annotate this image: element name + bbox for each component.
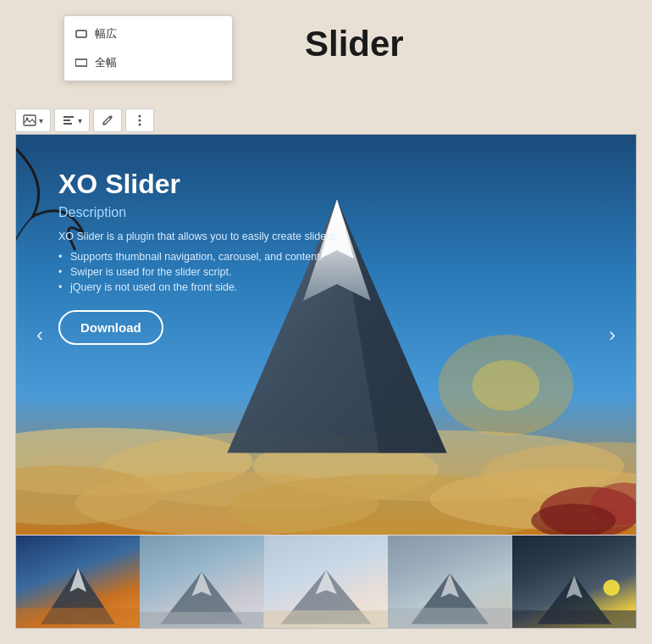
thumbnail-4[interactable] — [388, 536, 511, 628]
more-icon — [133, 114, 146, 127]
svg-rect-1 — [75, 59, 87, 66]
align-button[interactable]: ▾ — [54, 108, 90, 132]
slide-bullet-3: jQuery is not used on the front side. — [58, 281, 338, 293]
pencil-icon — [101, 114, 114, 127]
svg-rect-6 — [64, 116, 74, 118]
svg-rect-0 — [76, 31, 86, 37]
thumb-mountain-5 — [512, 564, 636, 628]
pencil-button[interactable] — [93, 108, 122, 132]
svg-point-11 — [139, 124, 141, 126]
toolbar: ▾ ▾ — [15, 108, 154, 132]
dropdown-menu: 幅広 全幅 — [64, 15, 233, 81]
slide-content: XO Slider Description XO Slider is a plu… — [58, 169, 338, 345]
more-button[interactable] — [125, 108, 154, 132]
svg-rect-35 — [140, 612, 263, 628]
prev-arrow[interactable]: ‹ — [25, 319, 55, 350]
svg-point-10 — [139, 119, 141, 122]
svg-rect-7 — [64, 119, 70, 121]
slide-subtitle: Description — [58, 205, 338, 220]
svg-rect-32 — [16, 608, 140, 628]
thumbnail-strip — [16, 535, 636, 628]
next-arrow[interactable]: › — [597, 319, 627, 350]
svg-rect-45 — [512, 610, 636, 628]
slider-container: XO Slider Description XO Slider is a plu… — [15, 134, 637, 629]
dropdown-full-label: 全幅 — [95, 55, 117, 70]
page-title: Slider — [305, 24, 404, 64]
full-width-icon — [75, 56, 88, 69]
image-button[interactable]: ▾ — [15, 108, 51, 132]
svg-point-44 — [603, 580, 620, 596]
image-icon — [23, 114, 36, 127]
svg-rect-4 — [24, 115, 36, 125]
svg-point-9 — [139, 115, 141, 118]
align-icon — [62, 114, 75, 127]
align-dropdown-arrow: ▾ — [78, 116, 82, 125]
svg-rect-38 — [264, 610, 388, 628]
main-slide: XO Slider Description XO Slider is a plu… — [16, 135, 636, 535]
slide-bullet-1: Supports thumbnail navigation, carousel,… — [58, 251, 338, 263]
thumbnail-2[interactable] — [140, 536, 263, 628]
download-button[interactable]: Download — [58, 310, 163, 345]
svg-rect-8 — [64, 123, 72, 125]
slide-description: XO Slider is a plugin that allows you to… — [58, 230, 338, 242]
dropdown-item-full[interactable]: 全幅 — [64, 48, 232, 77]
svg-rect-41 — [388, 608, 511, 628]
slide-bullet-2: Swiper is used for the slider script. — [58, 266, 338, 278]
thumb-mountain-4 — [388, 564, 511, 628]
svg-point-14 — [472, 360, 540, 411]
thumbnail-3[interactable] — [264, 536, 388, 628]
slide-bullets: Supports thumbnail navigation, carousel,… — [58, 251, 338, 293]
image-dropdown-arrow: ▾ — [39, 116, 43, 125]
thumb-mountain-3 — [264, 564, 388, 628]
wide-icon — [75, 27, 88, 41]
dropdown-wide-label: 幅広 — [95, 26, 117, 42]
thumbnail-1[interactable] — [16, 536, 140, 628]
thumbnail-5[interactable] — [512, 536, 636, 628]
thumb-mountain-2 — [140, 564, 263, 628]
slide-title: XO Slider — [58, 169, 338, 200]
dropdown-item-wide[interactable]: 幅広 — [64, 19, 232, 48]
thumb-mountain-1 — [16, 564, 140, 628]
